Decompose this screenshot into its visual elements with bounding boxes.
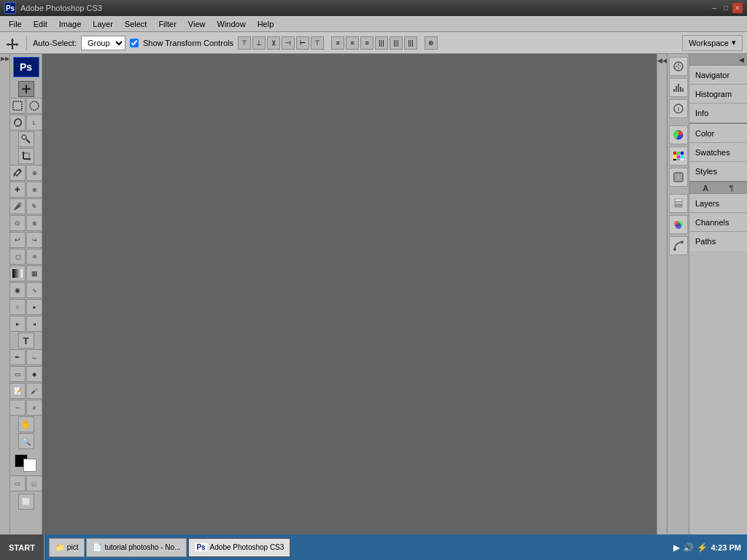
paint-bucket-tool[interactable]: ▦ xyxy=(26,265,42,281)
menu-file[interactable]: File xyxy=(3,18,28,30)
polygonal-lasso-tool[interactable]: L xyxy=(26,114,42,131)
rectangular-marquee-tool[interactable] xyxy=(10,98,26,114)
background-color-swatch[interactable] xyxy=(23,459,36,472)
panel-icon-navigator[interactable] xyxy=(669,57,688,76)
auto-align-layers[interactable]: ⊛ xyxy=(425,36,438,50)
menu-layer[interactable]: Layer xyxy=(87,18,119,30)
spot-healing-brush[interactable]: ✚ xyxy=(10,182,26,198)
crop-tool[interactable] xyxy=(18,148,34,164)
menu-select[interactable]: Select xyxy=(119,18,153,30)
eyedropper-tool[interactable] xyxy=(10,165,26,181)
photoshop-taskbar-label: Adobe Photoshop CS3 xyxy=(210,543,285,551)
audio-annotation-tool[interactable]: 🎤 xyxy=(26,383,42,399)
color-sampler-tool[interactable]: ⊕ xyxy=(26,165,42,181)
dist-bottom[interactable]: ≡ xyxy=(360,36,374,50)
burn-tool[interactable]: ● xyxy=(26,299,42,315)
taskbar-item-tutorial[interactable]: 📄 tutorial photosho - No... xyxy=(86,538,187,557)
panel-icon-styles[interactable] xyxy=(669,168,688,187)
left-panel-collapse[interactable]: ▶▶ xyxy=(0,54,10,534)
move-tool[interactable] xyxy=(18,81,34,97)
panel-icon-swatches[interactable] xyxy=(669,147,688,166)
panel-swatches[interactable]: Swatches xyxy=(689,143,747,162)
panel-histogram[interactable]: Histogram xyxy=(689,85,747,104)
blur-tool[interactable]: ◉ xyxy=(10,282,26,298)
taskbar-item-pict[interactable]: 📁 pict xyxy=(49,538,85,557)
eraser-tool[interactable]: ◻ xyxy=(10,249,26,265)
svg-rect-33 xyxy=(673,155,676,158)
panel-collapse-col-arrow[interactable]: ◀ xyxy=(739,56,744,63)
brush-tool[interactable] xyxy=(10,198,26,214)
count-tool[interactable]: # xyxy=(26,400,42,416)
menu-filter[interactable]: Filter xyxy=(152,18,182,30)
panel-paths[interactable]: Paths xyxy=(689,232,747,251)
measure-tool[interactable]: ↔ xyxy=(10,400,26,416)
elliptical-marquee-tool[interactable] xyxy=(26,98,42,114)
paragraph-panel-icon[interactable]: ¶ xyxy=(729,184,734,192)
smudge-tool[interactable]: ∿ xyxy=(26,282,42,298)
panel-icon-channels[interactable] xyxy=(669,215,688,234)
pattern-stamp-tool[interactable]: ⊗ xyxy=(26,215,42,231)
group-select[interactable]: Group Layer xyxy=(81,36,125,50)
start-button[interactable]: START xyxy=(0,534,44,560)
dist-vert-centers[interactable]: ≡ xyxy=(346,36,359,50)
direct-selection-tool[interactable]: ◂ xyxy=(26,316,42,332)
panel-icon-histogram[interactable] xyxy=(669,78,688,97)
minimize-button[interactable]: ─ xyxy=(709,3,719,13)
maximize-button[interactable]: □ xyxy=(721,3,731,13)
magic-wand-tool[interactable] xyxy=(18,131,34,147)
gradient-tool[interactable] xyxy=(10,265,26,281)
notes-tool[interactable]: 📝 xyxy=(10,383,26,399)
panel-navigator[interactable]: Navigator xyxy=(689,66,747,85)
panel-info[interactable]: Info xyxy=(689,104,747,122)
clone-stamp-tool[interactable]: ⊙ xyxy=(10,215,26,231)
type-tool[interactable]: T xyxy=(18,332,34,349)
panel-layers[interactable]: Layers xyxy=(689,194,747,213)
magic-eraser-tool[interactable]: ⧆ xyxy=(26,249,42,265)
dist-right[interactable]: ||| xyxy=(404,36,417,50)
close-button[interactable]: ✕ xyxy=(732,3,743,13)
panel-icon-info[interactable]: i xyxy=(669,99,688,118)
align-bottom-edges[interactable]: ⊻ xyxy=(267,36,280,50)
right-collapse-strip[interactable]: ◀◀ xyxy=(657,54,667,534)
align-vertical-centers[interactable]: ⊥ xyxy=(252,36,266,50)
lasso-tool[interactable] xyxy=(10,114,26,131)
align-horizontal-centers[interactable]: ⊢ xyxy=(296,36,309,50)
panel-color[interactable]: Color xyxy=(689,124,747,143)
panel-icon-paths[interactable] xyxy=(669,236,688,255)
align-right-edges[interactable]: ⊤ xyxy=(311,36,324,50)
menu-view[interactable]: View xyxy=(182,18,212,30)
patch-tool[interactable]: ⊕ xyxy=(26,182,42,198)
rectangle-tool[interactable]: ▭ xyxy=(10,366,26,382)
pencil-tool[interactable]: ✎ xyxy=(26,198,42,214)
dodge-tool[interactable]: ○ xyxy=(10,299,26,315)
pen-tool[interactable]: ✒ xyxy=(10,349,26,365)
dist-horiz-centers[interactable]: ||| xyxy=(390,36,403,50)
custom-shape-tool[interactable]: ◆ xyxy=(26,366,42,382)
path-selection-tool[interactable]: ▸ xyxy=(10,316,26,332)
art-history-brush[interactable]: ↪ xyxy=(26,232,42,248)
options-bar: Auto-Select: Group Layer Show Transform … xyxy=(0,32,747,54)
panel-channels[interactable]: Channels xyxy=(689,213,747,232)
standard-mode[interactable]: ▭ xyxy=(10,475,26,491)
menu-image[interactable]: Image xyxy=(53,18,88,30)
panel-icon-layers[interactable] xyxy=(669,194,688,213)
freeform-pen-tool[interactable]: ⌙ xyxy=(26,349,42,365)
panel-styles[interactable]: Styles xyxy=(689,162,747,181)
quick-mask-mode[interactable]: ◱ xyxy=(26,475,42,491)
workspace-button[interactable]: Workspace ▾ xyxy=(682,35,743,51)
screen-mode[interactable]: ⬜ xyxy=(18,494,34,510)
align-left-edges[interactable]: ⊣ xyxy=(282,36,295,50)
align-top-edges[interactable]: ⊤ xyxy=(238,36,251,50)
panel-icon-color[interactable] xyxy=(669,125,688,144)
taskbar-item-photoshop[interactable]: Ps Adobe Photoshop CS3 xyxy=(188,538,290,557)
history-brush-tool[interactable]: ↩ xyxy=(10,232,26,248)
menu-window[interactable]: Window xyxy=(212,18,252,30)
dist-top[interactable]: ≡ xyxy=(331,36,344,50)
show-transform-checkbox[interactable] xyxy=(130,39,139,47)
menu-help[interactable]: Help xyxy=(252,18,280,30)
menu-edit[interactable]: Edit xyxy=(28,18,53,30)
hand-tool[interactable]: ✋ xyxy=(18,416,34,432)
dist-left[interactable]: ||| xyxy=(375,36,388,50)
zoom-tool[interactable]: 🔍 xyxy=(18,433,34,449)
character-panel-icon[interactable]: A xyxy=(703,184,708,192)
